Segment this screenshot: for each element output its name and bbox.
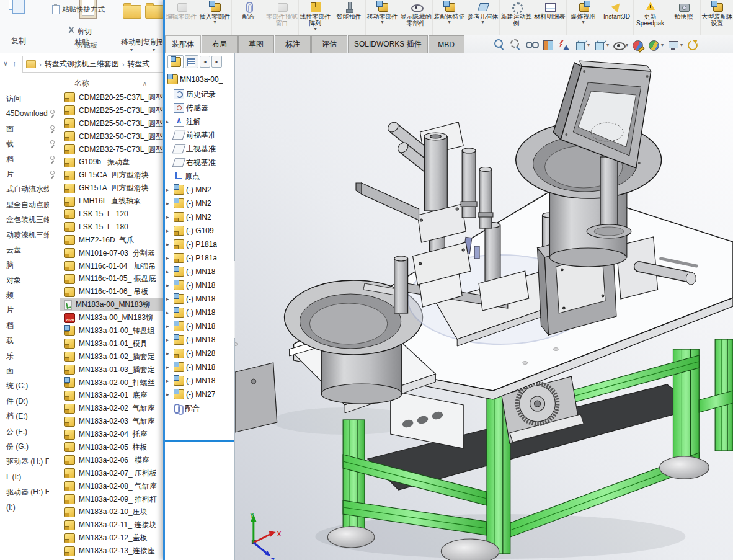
nav-item[interactable]: L (I:)	[0, 469, 58, 484]
tree-row[interactable]: 上视基准	[165, 142, 234, 156]
tree-row[interactable]: 前视基准	[165, 128, 234, 142]
expand-arrow-icon[interactable]: ▸	[166, 269, 172, 275]
tree-row[interactable]: ▸ (-) MN28	[165, 347, 234, 360]
hide-show-items-icon[interactable]: ▾	[612, 38, 628, 51]
expand-arrow-icon[interactable]: ▸	[166, 228, 172, 234]
graphics-viewport[interactable]: Y X Z	[235, 53, 733, 560]
up-arrow-icon[interactable]: ↑	[12, 59, 17, 68]
tree-row[interactable]: ▸ (-) MN18	[165, 333, 234, 347]
nav-item[interactable]: 载	[0, 136, 58, 151]
tree-row[interactable]: 右视基准	[165, 156, 234, 169]
MN183a-02-02_气缸座[interactable]: MN183a-02-02_气缸座	[60, 402, 163, 415]
cut-button[interactable]: 剪切	[77, 27, 102, 37]
copy-to-button[interactable]: 复制到	[141, 37, 163, 48]
CDM2B25-50-C73L_圆型[interactable]: CDM2B25-50-C73L_圆型	[60, 117, 163, 130]
nav-item[interactable]: 45Download	[0, 106, 58, 121]
nav-item[interactable]: 盒包装机三维套图	[0, 212, 58, 227]
tree-row[interactable]: ▸ (-) MN18	[165, 265, 234, 278]
tree-row[interactable]: ▸ (-) P181a	[165, 251, 234, 265]
MN183a-01-03_插套定[interactable]: MN183a-01-03_插套定	[60, 363, 163, 376]
nav-item[interactable]: 面	[0, 363, 58, 378]
tree-row[interactable]: 配合	[165, 401, 234, 415]
nav-item[interactable]: 档	[0, 152, 58, 167]
MN116c-01-05_ 振盘底[interactable]: MN116c-01-05_ 振盘底	[60, 272, 163, 285]
ribbon-button[interactable]: 插入零部件 ▾	[198, 0, 232, 35]
expand-arrow-icon[interactable]: ▸	[166, 337, 172, 343]
expand-arrow-icon[interactable]: ▸	[166, 255, 172, 261]
ribbon-button[interactable]: 编辑零部件	[165, 0, 198, 35]
dropdown-caret-icon[interactable]: ▾	[661, 42, 664, 48]
MN116c-01-04_ 加强吊[interactable]: MN116c-01-04_ 加强吊	[60, 260, 163, 273]
expand-arrow-icon[interactable]: ▸	[166, 391, 172, 398]
nav-item[interactable]: 面	[0, 122, 58, 136]
expand-arrow-icon[interactable]: ▸	[166, 323, 172, 329]
MN183a-02-10_压块[interactable]: MN183a-02-10_压块	[60, 506, 163, 519]
nav-item[interactable]: 式自动流水线三维	[0, 182, 58, 197]
MN183a-00_MN183铆[interactable]: 2020 MN183a-00_MN183铆	[60, 311, 163, 324]
move-to-caret-icon[interactable]: ▾	[130, 47, 133, 53]
expand-arrow-icon[interactable]: ▸	[166, 350, 172, 357]
nav-item[interactable]: 统 (C:)	[0, 378, 58, 393]
expand-arrow-icon[interactable]: ▸	[166, 187, 172, 193]
nav-item[interactable]: 份 (G:)	[0, 439, 58, 454]
expand-arrow-icon[interactable]: ▸	[166, 241, 172, 247]
CDM2B25-25-C73L_圆型[interactable]: CDM2B25-25-C73L_圆型	[60, 104, 163, 117]
ribbon-button[interactable]: 爆炸视图 ▾	[567, 0, 600, 35]
LMH16L_直线轴承[interactable]: LMH16L_直线轴承	[60, 195, 163, 208]
ribbon-button[interactable]: 参考几何体 ▾	[466, 0, 500, 35]
MN183a-02-13_连接座[interactable]: MN183a-02-13_连接座	[60, 544, 163, 558]
expand-arrow-icon[interactable]: ▸	[166, 200, 172, 207]
nav-item[interactable]: 乐	[0, 349, 58, 363]
ribbon-button[interactable]: 线性零部件阵列 ▾	[299, 0, 332, 35]
name-column-header[interactable]: 名称	[74, 78, 89, 89]
dropdown-caret-icon[interactable]: ▾	[680, 42, 683, 48]
tree-row[interactable]: ▸ (-) MN18	[165, 374, 234, 388]
MN101e-07-03_分割器[interactable]: MN101e-07-03_分割器	[60, 247, 163, 260]
ribbon-tab[interactable]: 评估	[311, 35, 347, 53]
dropdown-caret-icon[interactable]: ▾	[314, 27, 316, 32]
tree-row[interactable]: ▸ (-) MN18	[165, 278, 234, 292]
MN183a-02-07_ 压料板[interactable]: MN183a-02-07_ 压料板	[60, 467, 163, 480]
MN183a-02-06_ 模座[interactable]: MN183a-02-06_ 模座	[60, 454, 163, 467]
nav-item[interactable]: (I:)	[0, 500, 58, 515]
nav-item[interactable]: 档 (E:)	[0, 409, 58, 424]
MN183a-02-01_底座[interactable]: MN183a-02-01_底座	[60, 389, 163, 402]
expand-arrow-icon[interactable]: ▸	[166, 296, 172, 302]
dropdown-caret-icon[interactable]: ▾	[381, 20, 383, 25]
MHZ2-16D_气爪[interactable]: MHZ2-16D_气爪	[60, 234, 163, 247]
file-list-header[interactable]: 名称 ∧	[60, 75, 163, 91]
tree-row[interactable]: ▸ (-) MN18	[165, 292, 234, 306]
previous-view-icon[interactable]	[525, 38, 538, 51]
chevron-down-icon[interactable]: ∨	[3, 60, 8, 68]
copy-button[interactable]: 复制	[4, 36, 33, 47]
nav-item[interactable]: 载	[0, 333, 58, 348]
tab-property-manager[interactable]	[185, 55, 198, 68]
nav-item[interactable]: 频	[0, 288, 58, 303]
MN183a-02-03_气缸座[interactable]: MN183a-02-03_气缸座	[60, 415, 163, 428]
MN183a-02-00_打螺丝[interactable]: MN183a-02-00_打螺丝	[60, 376, 163, 389]
tabs-scroll-left-button[interactable]: ◂	[200, 56, 210, 68]
ribbon-tab[interactable]: 草图	[238, 35, 274, 53]
nav-item[interactable]: 驱动器 (H:) FAST	[0, 484, 58, 499]
dropdown-caret-icon[interactable]: ▾	[626, 42, 628, 48]
nav-item[interactable]: 件 (D:)	[0, 394, 58, 409]
GL15CA_四方型滑块[interactable]: GL15CA_四方型滑块	[60, 169, 163, 182]
tree-row[interactable]: ▸ A 注解	[165, 115, 234, 128]
nav-item[interactable]: 型全自动点胶机	[0, 197, 58, 212]
nav-item[interactable]: 驱动器 (H:) FAS	[0, 454, 58, 469]
paste-shortcut-button[interactable]: 粘贴快捷方式	[62, 5, 118, 14]
tab-feature-tree[interactable]	[167, 55, 184, 68]
nav-item[interactable]: 公 (F:)	[0, 424, 58, 439]
ribbon-button[interactable]: 拍快照	[667, 0, 701, 35]
view-settings-icon[interactable]: ▾	[667, 38, 683, 51]
CDM2B32-75-C73L_圆型[interactable]: CDM2B32-75-C73L_圆型	[60, 143, 163, 156]
copy-to-caret-icon[interactable]: ▾	[153, 47, 155, 53]
LSK 15_L=120[interactable]: LSK 15_L=120	[60, 208, 163, 221]
MN183a-02-12_盖板[interactable]: MN183a-02-12_盖板	[60, 531, 163, 544]
nav-item[interactable]: 云盘	[0, 242, 58, 257]
expand-arrow-icon[interactable]: ▸	[166, 364, 172, 370]
MN183a-01-00_转盘组[interactable]: MN183a-01-00_转盘组	[60, 324, 163, 337]
ribbon-tab[interactable]: 装配体	[165, 35, 201, 53]
tree-row[interactable]: ▸ (-) MN2	[165, 183, 234, 197]
dropdown-caret-icon[interactable]: ▾	[213, 20, 216, 25]
